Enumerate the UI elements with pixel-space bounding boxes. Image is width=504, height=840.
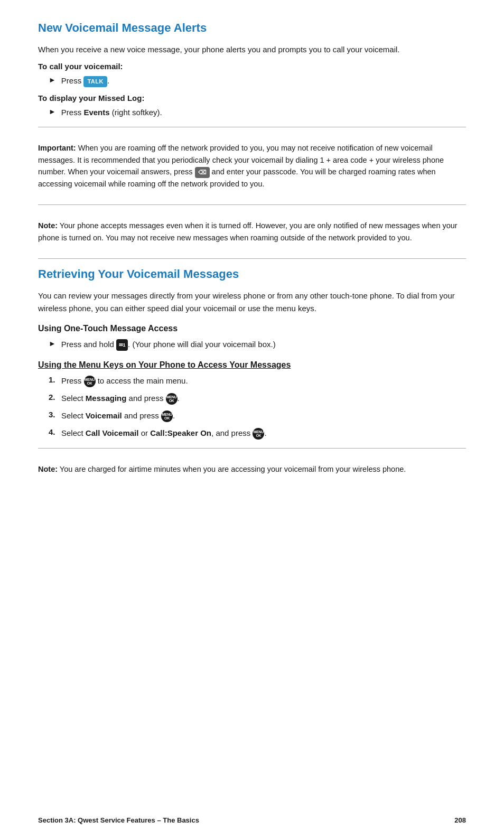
footer-left: Section 3A: Qwest Service Features – The…	[38, 816, 199, 824]
menu-ok-badge3: MENUOK	[161, 410, 173, 422]
section1-sub2-heading: To display your Missed Log:	[38, 94, 466, 102]
numbered-item-1: 1. Press MENUOK to access the main menu.	[49, 375, 466, 387]
divider2	[38, 204, 466, 205]
talk-badge: TALK	[83, 76, 107, 87]
item2-text: Select Messaging and press MENUOK.	[61, 393, 180, 405]
item2-num: 2.	[49, 393, 61, 402]
menu-ok-badge1: MENUOK	[84, 376, 96, 387]
section1-heading: New Voicemail Message Alerts	[38, 21, 466, 35]
section1-intro: When you receive a new voice message, yo…	[38, 43, 466, 55]
note-text2: You are charged for airtime minutes when…	[60, 465, 406, 473]
section1-bullet1: ► Press TALK.	[49, 75, 466, 87]
bullet-arrow-icon: ►	[49, 76, 56, 84]
voicemail-key-badge: ✉1	[116, 339, 128, 351]
section1-bullet2-text: Press Events (right softkey).	[61, 107, 162, 119]
section2-heading: Retrieving Your Voicemail Messages	[38, 267, 466, 281]
important-block: Important: When you are roaming off the …	[38, 136, 466, 196]
footer: Section 3A: Qwest Service Features – The…	[0, 816, 504, 824]
item3-num: 3.	[49, 410, 61, 419]
backspace-badge: ⌫	[195, 167, 210, 178]
note-block1: Note: Your phone accepts messages even w…	[38, 213, 466, 250]
note-text1: Your phone accepts messages even when it…	[38, 221, 458, 241]
bullet-arrow-icon3: ►	[49, 339, 56, 348]
numbered-item-2: 2. Select Messaging and press MENUOK.	[49, 393, 466, 405]
subsection1-heading: Using One-Touch Message Access	[38, 324, 466, 333]
divider1	[38, 127, 466, 127]
numbered-list: 1. Press MENUOK to access the main menu.…	[49, 375, 466, 440]
bullet-arrow-icon2: ►	[49, 107, 56, 116]
item3-text: Select Voicemail and press MENUOK.	[61, 410, 175, 422]
item1-text: Press MENUOK to access the main menu.	[61, 375, 188, 387]
section1-sub1-heading: To call your voicemail:	[38, 62, 466, 71]
numbered-item-4: 4. Select Call Voicemail or Call:Speaker…	[49, 427, 466, 440]
note-block2: Note: You are charged for airtime minute…	[38, 457, 466, 481]
divider3	[38, 258, 466, 259]
menu-ok-badge4: MENUOK	[253, 428, 264, 440]
section1-bullet2: ► Press Events (right softkey).	[49, 107, 466, 119]
subsection2-heading: Using the Menu Keys on Your Phone to Acc…	[38, 360, 466, 370]
page-content: New Voicemail Message Alerts When you re…	[0, 0, 504, 524]
subsection1-bullet-text: Press and hold ✉1. (Your phone will dial…	[61, 339, 276, 351]
note-label2: Note:	[38, 465, 58, 473]
numbered-item-3: 3. Select Voicemail and press MENUOK.	[49, 410, 466, 422]
menu-ok-badge2: MENUOK	[166, 393, 178, 405]
subsection1-bullet: ► Press and hold ✉1. (Your phone will di…	[49, 339, 466, 351]
section2-intro: You can review your messages directly fr…	[38, 290, 466, 314]
item4-text: Select Call Voicemail or Call:Speaker On…	[61, 427, 267, 440]
note-label1: Note:	[38, 221, 58, 230]
item1-num: 1.	[49, 375, 61, 384]
important-label: Important:	[38, 144, 76, 152]
divider4	[38, 448, 466, 449]
footer-right: 208	[454, 816, 466, 824]
item4-num: 4.	[49, 427, 61, 436]
section1-bullet1-text: Press TALK.	[61, 75, 109, 87]
